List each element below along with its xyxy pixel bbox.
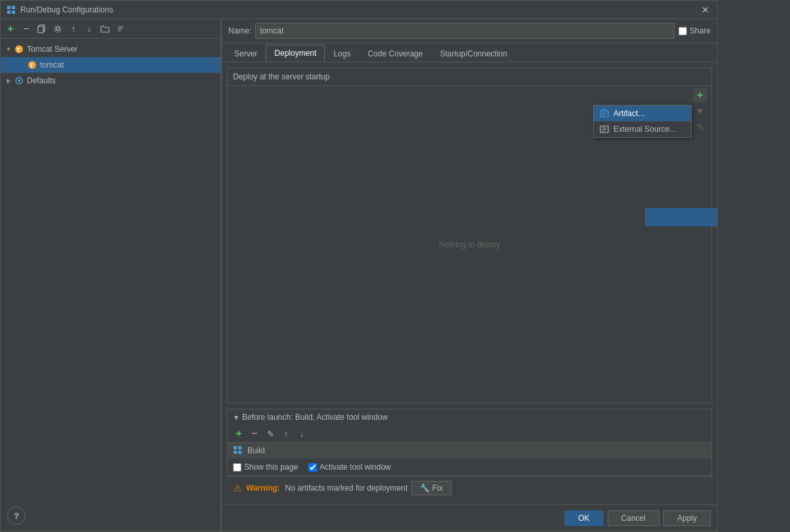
share-checkbox[interactable] <box>678 27 687 35</box>
name-label: Name: <box>228 26 251 35</box>
checkboxes-area: Show this page Activate tool window <box>228 459 711 476</box>
share-checkbox-area: Share <box>678 26 711 35</box>
blue-strip <box>645 208 717 226</box>
tree-defaults-group[interactable]: ▶ Defaults <box>1 73 220 89</box>
external-source-label: External Source... <box>613 125 676 134</box>
remove-launch-button[interactable]: − <box>247 426 262 441</box>
warning-label: Warning: <box>246 483 280 493</box>
build-item[interactable]: Build <box>228 443 711 459</box>
warning-text: No artifacts marked for deployment <box>285 483 408 493</box>
tomcat-item-icon: T <box>27 60 37 70</box>
sort-config-button[interactable] <box>114 22 128 36</box>
show-page-label: Show this page <box>244 462 298 472</box>
defaults-label: Defaults <box>27 76 56 85</box>
svg-rect-5 <box>38 26 43 33</box>
down-config-button[interactable]: ↓ <box>82 22 96 36</box>
folder-config-button[interactable] <box>98 22 112 36</box>
tomcat-item-label: tomcat <box>40 60 64 70</box>
fix-button[interactable]: 🔧 Fix <box>411 481 451 495</box>
svg-rect-20 <box>234 451 237 454</box>
svg-rect-21 <box>238 451 241 454</box>
svg-rect-19 <box>238 446 241 449</box>
main-content: Deploy at the server startup + ▼ ✎ <box>222 62 717 504</box>
tab-code-coverage[interactable]: Code Coverage <box>359 45 431 62</box>
tree-spacer <box>16 60 27 70</box>
tomcat-server-label: Tomcat Server <box>27 45 77 54</box>
tree-tomcat-server-group[interactable]: ▼ T Tomcat Server <box>1 41 220 57</box>
svg-rect-18 <box>234 446 237 449</box>
tree-toggle-tomcat[interactable]: ▼ <box>3 44 14 54</box>
dropdown-menu: Artifact... External <box>593 105 692 138</box>
name-input[interactable] <box>255 23 675 39</box>
svg-point-12 <box>18 79 20 82</box>
add-config-button[interactable]: + <box>3 22 18 36</box>
warning-bar: ⚠ Warning: No artifacts marked for deplo… <box>227 476 712 499</box>
move-down-deploy-button: ▼ <box>693 104 707 118</box>
show-page-checkbox-item: Show this page <box>233 462 298 472</box>
add-deploy-button[interactable]: + <box>693 88 707 102</box>
tab-logs[interactable]: Logs <box>325 45 359 62</box>
deploy-header: Deploy at the server startup <box>228 68 711 86</box>
tabs-bar: Server Deployment Logs Code Coverage Sta… <box>222 43 717 62</box>
config-tree: ▼ T Tomcat Server T <box>1 39 220 531</box>
dialog-icon <box>6 5 16 15</box>
settings-config-button[interactable] <box>51 22 65 36</box>
up-launch-button[interactable]: ↑ <box>279 426 293 441</box>
tree-toggle-defaults[interactable]: ▶ <box>3 75 14 86</box>
warning-icon: ⚠ <box>234 483 242 493</box>
activate-tool-window-label: Activate tool window <box>320 462 391 472</box>
dropdown-external-source[interactable]: External Source... <box>594 121 691 137</box>
bottom-bar: OK Cancel Apply <box>222 504 717 531</box>
before-launch-header[interactable]: ▼ Before launch: Build, Activate tool wi… <box>228 409 711 425</box>
build-label: Build <box>247 446 265 455</box>
svg-rect-2 <box>7 10 10 14</box>
close-button[interactable]: ✕ <box>699 3 712 16</box>
svg-rect-3 <box>12 10 15 14</box>
artifact-label: Artifact... <box>613 109 644 118</box>
tab-server[interactable]: Server <box>226 45 266 62</box>
before-launch-section: ▼ Before launch: Build, Activate tool wi… <box>227 409 712 476</box>
external-source-icon <box>599 124 610 134</box>
tomcat-server-icon: T <box>14 44 24 54</box>
svg-rect-0 <box>7 6 10 9</box>
edit-deploy-button: ✎ <box>693 119 707 134</box>
left-panel: + − ↑ ↓ <box>1 19 221 531</box>
ok-button[interactable]: OK <box>564 510 603 526</box>
dialog-title: Run/Debug Configurations <box>20 5 699 14</box>
up-config-button[interactable]: ↑ <box>66 22 81 36</box>
svg-point-6 <box>56 27 60 30</box>
name-row: Name: Share <box>222 19 717 43</box>
deploy-section: Deploy at the server startup + ▼ ✎ <box>227 68 712 403</box>
show-page-checkbox[interactable] <box>233 463 241 472</box>
tree-tomcat-item[interactable]: T tomcat <box>1 57 220 73</box>
activate-tool-window-checkbox-item: Activate tool window <box>308 462 391 472</box>
tab-deployment[interactable]: Deployment <box>266 45 325 62</box>
deploy-empty-text: Nothing to deploy <box>439 240 500 249</box>
edit-launch-button[interactable]: ✎ <box>263 426 278 441</box>
artifact-icon <box>599 108 610 119</box>
run-debug-dialog: Run/Debug Configurations ✕ + − <box>0 0 718 532</box>
svg-text:T: T <box>16 47 20 53</box>
title-bar: Run/Debug Configurations ✕ <box>1 1 717 19</box>
remove-config-button[interactable]: − <box>19 22 33 36</box>
defaults-icon <box>14 75 24 86</box>
left-toolbar: + − ↑ ↓ <box>1 19 220 39</box>
cancel-button[interactable]: Cancel <box>608 510 659 526</box>
right-panel: Name: Share Server Deployment Logs Code … <box>222 19 717 531</box>
down-launch-button[interactable]: ↓ <box>295 426 309 441</box>
copy-config-button[interactable] <box>35 22 49 36</box>
apply-button[interactable]: Apply <box>663 510 711 526</box>
before-launch-tools: + − ✎ ↑ ↓ <box>228 425 711 443</box>
build-icon <box>233 445 243 456</box>
deploy-section-title: Deploy at the server startup <box>233 72 329 81</box>
tab-startup-connection[interactable]: Startup/Connection <box>431 45 516 62</box>
help-button[interactable]: ? <box>7 506 26 525</box>
share-label: Share <box>690 26 711 35</box>
activate-tool-window-checkbox[interactable] <box>308 463 317 472</box>
before-launch-title: Before launch: Build, Activate tool wind… <box>242 413 388 422</box>
dropdown-artifact[interactable]: Artifact... <box>594 106 691 121</box>
svg-text:T: T <box>30 62 33 69</box>
svg-rect-1 <box>12 6 15 9</box>
add-launch-button[interactable]: + <box>232 426 246 441</box>
